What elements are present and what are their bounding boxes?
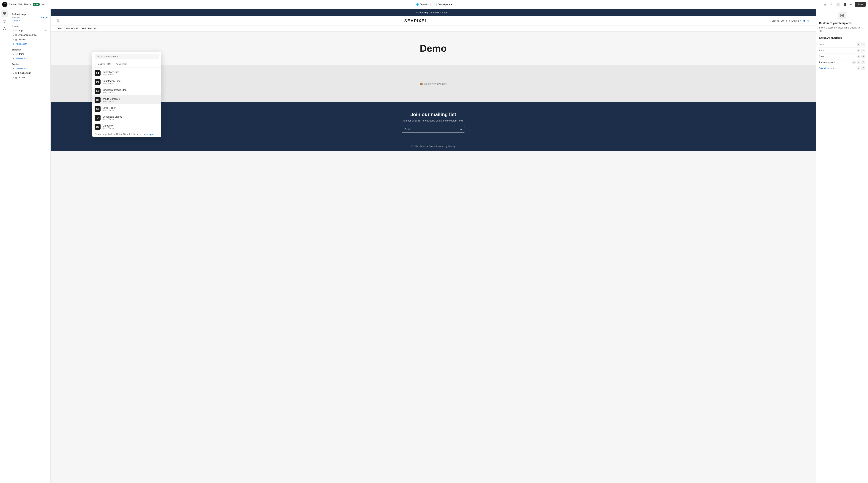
- add-section-template-label: Add section: [16, 57, 27, 60]
- demo-row: Demo ↗: [12, 19, 48, 22]
- mobile-btn[interactable]: 📱: [842, 2, 847, 7]
- add-icon-template: ⊕: [13, 57, 14, 60]
- email-submit-btn[interactable]: →: [457, 126, 465, 133]
- sidebar-item-footer[interactable]: ▶ ▦ Footer: [10, 75, 50, 80]
- add-section-template-btn[interactable]: ⊕ Add section: [10, 56, 51, 61]
- save-keys: ⌘ S: [857, 55, 865, 58]
- no-preview-area: 📦 No preview available: [51, 65, 816, 102]
- svg-rect-5: [5, 12, 6, 13]
- ellipsis-button[interactable]: ···: [41, 2, 45, 7]
- footer-item-label: Footer: [19, 76, 47, 79]
- expand-arrow-email: ▶: [13, 72, 14, 74]
- sections-icon-btn[interactable]: [1, 10, 8, 17]
- sidebar-item-page[interactable]: ▶ 📄 Page: [10, 52, 50, 56]
- page-dropdown[interactable]: 📄 Default page ▾: [432, 2, 454, 7]
- topbar-left: Sense - Main Theme Live ···: [2, 2, 45, 7]
- shoppable-title: Shoppable Videos: [102, 115, 159, 118]
- change-link[interactable]: Change: [40, 16, 48, 19]
- svg-point-8: [4, 21, 5, 22]
- right-panel-title: Customize your templates: [819, 22, 865, 25]
- settings-icon-btn[interactable]: [1, 18, 8, 25]
- email-input[interactable]: [402, 126, 457, 133]
- demo-link[interactable]: Demo: [12, 19, 18, 22]
- preview-label: Preview: [12, 16, 20, 19]
- right-panel: Customize your templates Select a sectio…: [816, 9, 868, 483]
- footer-group-title: Footer: [9, 61, 51, 66]
- tab-sections[interactable]: Sections 18: [95, 61, 114, 67]
- imagecompare-icon: [95, 97, 100, 103]
- undo-btn[interactable]: ↩: [849, 2, 854, 7]
- preview-row: Preview Change: [12, 16, 48, 19]
- section-item-countdown[interactable]: Countdown Timer Snap Blocks: [92, 78, 161, 86]
- see-all-keys: ⌘ /: [857, 66, 865, 70]
- shortcut-redo: Redo ⌘ Y: [819, 48, 865, 54]
- preview-keys: ⌘ ⇧ I: [852, 61, 865, 64]
- imagecompare-title: Image Compare: [102, 97, 159, 100]
- svg-rect-12: [96, 73, 97, 74]
- shoppable-icon: [95, 115, 100, 121]
- section-item-slideshow[interactable]: Slideshow Snap Blocks: [92, 122, 161, 131]
- section-item-collections[interactable]: Collections List Snap Blocks: [92, 68, 161, 78]
- shoppable-text: Shoppable Videos Snap Blocks: [102, 115, 159, 120]
- external-icon: ↗: [19, 20, 20, 22]
- collections-title: Collections List: [102, 70, 159, 74]
- icon-sidebar: [0, 9, 9, 483]
- header-item-label: Header: [19, 38, 47, 41]
- search-input[interactable]: [101, 55, 157, 58]
- svg-rect-4: [3, 12, 4, 13]
- mailing-title: Join our mailing list: [54, 112, 812, 117]
- newsticker-icon: [95, 106, 100, 112]
- default-dropdown[interactable]: 🌐 Default ▾: [414, 2, 431, 7]
- redo-label: Redo: [819, 49, 825, 52]
- customize-icon-box: [838, 12, 846, 19]
- account-icon: 👤: [803, 20, 806, 22]
- page-item-label: Page: [19, 53, 47, 55]
- apps-icon-btn[interactable]: [1, 25, 8, 32]
- slideshow-sub: Snap Blocks: [102, 127, 159, 129]
- customize-icon-btn[interactable]: ⊞: [823, 2, 828, 7]
- sidebar-item-announcement[interactable]: ▶ ▦ Announcement bar: [10, 33, 50, 37]
- svg-rect-7: [5, 14, 6, 15]
- svg-rect-6: [3, 14, 4, 15]
- svg-rect-23: [842, 16, 844, 17]
- add-section-header-label: Add section: [16, 43, 27, 45]
- expand-arrow-apps: ▶: [13, 30, 14, 32]
- section-item-shoppable[interactable]: Shoppable Videos Snap Blocks: [92, 113, 161, 122]
- slideshow-title: Slideshow: [102, 124, 159, 127]
- expand-arrow-announcement: ▶: [13, 34, 14, 36]
- panel-title: Default page: [12, 13, 48, 16]
- sidebar-item-header[interactable]: ▶ ▦ Header: [10, 37, 50, 42]
- email-item-icon: ✉: [15, 72, 17, 74]
- see-all-label[interactable]: See all shortcuts: [819, 67, 836, 70]
- store-nav-right: Greece | EUR € ▾ English ▾ 👤 🛒: [772, 20, 810, 22]
- topbar-right: ⊞ 🖥 ⬜ 📱 ↩ Save: [823, 2, 866, 7]
- view-apps-link[interactable]: View apps: [141, 131, 156, 137]
- section-item-imagecompare[interactable]: Image Compare Snap Blocks: [92, 95, 161, 104]
- chevron-down-icon-2: ▾: [451, 3, 452, 6]
- countdown-icon: [95, 79, 100, 85]
- save-button[interactable]: Save: [855, 2, 866, 7]
- preview-key-i: I: [861, 61, 865, 64]
- save-key-s: S: [861, 55, 865, 58]
- section-item-draggable[interactable]: Draggable Image Strip Snap Blocks: [92, 86, 161, 95]
- shoppable-sub: Snap Blocks: [102, 118, 159, 120]
- newsticker-sub: Snap Blocks: [102, 109, 159, 111]
- preview-area: Introducing Our Newest Apps → 🔍 SEAPIXEL…: [51, 9, 816, 483]
- svg-rect-11: [98, 72, 99, 73]
- store-hero: Demo: [51, 31, 816, 65]
- sidebar-item-email[interactable]: ▶ ✉ Email signup: [10, 71, 50, 75]
- add-section-footer-btn[interactable]: ⊕ Add section: [10, 66, 51, 71]
- shortcut-see-all[interactable]: See all shortcuts ⌘ /: [819, 65, 865, 71]
- expand-arrow-header: ▶: [13, 38, 14, 40]
- chevron-region: ▾: [789, 20, 790, 22]
- tab-apps[interactable]: Apps 10: [114, 61, 129, 67]
- add-section-header-btn[interactable]: ⊕ Add section: [10, 42, 51, 46]
- section-item-newsticker[interactable]: News Ticker Snap Blocks: [92, 104, 161, 113]
- undo-keys: ⌘ Z: [857, 43, 865, 46]
- svg-rect-22: [841, 16, 842, 17]
- popup-footer: Browse apps built for Online Store 2.0 t…: [92, 131, 161, 137]
- monitor-btn[interactable]: 🖥: [829, 2, 834, 7]
- sidebar-item-apps[interactable]: ▶ ⚙ Apps 👁: [10, 28, 50, 33]
- save-key-cmd: ⌘: [857, 55, 861, 58]
- tablet-btn[interactable]: ⬜: [835, 2, 841, 7]
